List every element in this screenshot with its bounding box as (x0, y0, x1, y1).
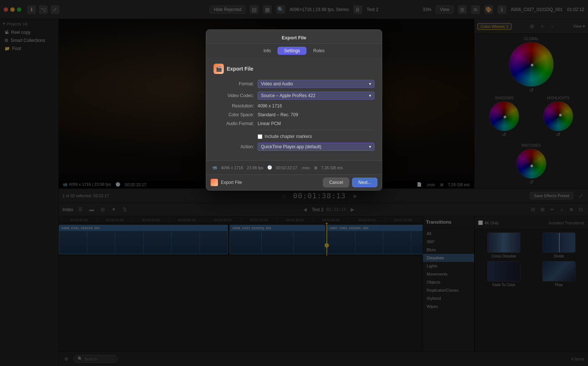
action-label: Action: (214, 144, 258, 149)
modal-tab-info[interactable]: Info (257, 47, 277, 55)
resolution-row: Resolution: 4096 x 1716 (214, 103, 374, 109)
modal-title: Export File (206, 30, 382, 44)
action-value: QuickTime Player.app (default) (261, 144, 321, 149)
modal-export-bottom: Export File Cancel Next... (206, 174, 382, 190)
modal-tab-roles[interactable]: Roles (306, 47, 331, 55)
action-row: Action: QuickTime Player.app (default) ▾ (214, 143, 374, 151)
format-row: Format: Video and Audio ▾ (214, 80, 374, 88)
footer-ext: .mov (301, 166, 310, 170)
footer-info: 📹 4096 x 1716 23.98 fps 🕐 00:02:22:17 .m… (212, 165, 376, 170)
footer-resolution: 📹 (212, 165, 217, 170)
color-space-value: Standard – Rec. 709 (258, 112, 298, 117)
color-space-label: Color Space: (214, 112, 258, 117)
color-space-row: Color Space: Standard – Rec. 709 (214, 112, 374, 117)
footer-res-value: 4096 x 1716 (221, 166, 243, 170)
export-file-modal: Export File Info Settings Roles 🎬 Export… (206, 29, 382, 191)
export-bottom-icon (211, 179, 218, 186)
include-chapter-row: Include chapter markers (258, 134, 374, 139)
video-codec-label: Video Codec: (214, 93, 258, 98)
export-file-header: 🎬 Export File (214, 64, 374, 74)
video-codec-select[interactable]: Source – Apple ProRes 422 ▾ (258, 92, 374, 100)
resolution-label: Resolution: (214, 103, 258, 109)
video-codec-row: Video Codec: Source – Apple ProRes 422 ▾ (214, 92, 374, 100)
audio-format-row: Audio Format: Linear PCM (214, 121, 374, 126)
modal-tab-settings[interactable]: Settings (277, 47, 306, 55)
modal-overlay: Export File Info Settings Roles 🎬 Export… (0, 0, 588, 366)
form-divider (258, 130, 374, 130)
format-select[interactable]: Video and Audio ▾ (258, 80, 374, 88)
action-chevron-icon: ▾ (369, 144, 371, 149)
audio-format-label: Audio Format: (214, 121, 258, 126)
audio-format-value: Linear PCM (258, 121, 281, 126)
modal-tabs: Info Settings Roles (206, 44, 382, 58)
export-bottom-name: Export File (221, 180, 320, 185)
include-chapter-checkbox[interactable] (258, 134, 262, 139)
footer-clock-icon: 🕐 (267, 165, 272, 170)
action-select[interactable]: QuickTime Player.app (default) ▾ (258, 143, 374, 151)
format-chevron-icon: ▾ (369, 81, 371, 86)
format-label: Format: (214, 81, 258, 86)
footer-monitor-icon: 🖥 (313, 166, 318, 170)
footer-filesize: 7.26 GB est. (321, 166, 344, 170)
next-button[interactable]: Next... (352, 178, 377, 187)
modal-body: 🎬 Export File Format: Video and Audio ▾ … (206, 58, 382, 160)
include-chapter-label: Include chapter markers (265, 134, 312, 139)
cancel-button[interactable]: Cancel (323, 178, 349, 187)
format-value: Video and Audio (261, 81, 293, 86)
export-file-icon: 🎬 (214, 64, 224, 74)
resolution-value: 4096 x 1716 (258, 103, 282, 109)
video-codec-value: Source – Apple ProRes 422 (261, 93, 315, 98)
export-file-title: Export File (227, 66, 253, 72)
footer-fps: 23.98 fps (247, 166, 263, 170)
modal-footer: 📹 4096 x 1716 23.98 fps 🕐 00:02:22:17 .m… (206, 160, 382, 174)
video-codec-chevron-icon: ▾ (369, 93, 371, 98)
footer-duration: 00:02:22:17 (276, 166, 297, 170)
